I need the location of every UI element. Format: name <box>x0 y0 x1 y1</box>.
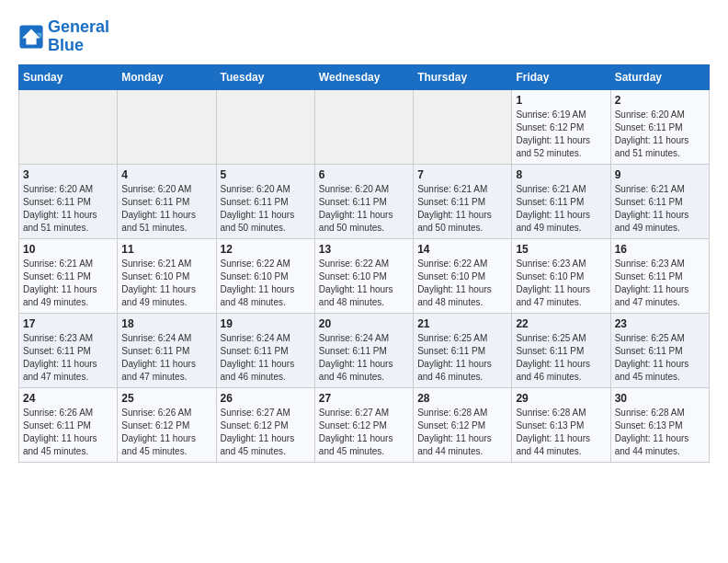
logo-icon <box>18 24 44 50</box>
day-info: Sunrise: 6:23 AM Sunset: 6:11 PM Dayligh… <box>23 332 113 384</box>
weekday-header-thursday: Thursday <box>414 64 512 89</box>
day-info: Sunrise: 6:22 AM Sunset: 6:10 PM Dayligh… <box>221 258 311 309</box>
day-number: 25 <box>121 392 211 405</box>
day-cell: 17Sunrise: 6:23 AM Sunset: 6:11 PM Dayli… <box>19 313 118 387</box>
week-row-5: 24Sunrise: 6:26 AM Sunset: 6:11 PM Dayli… <box>19 387 710 462</box>
day-cell: 8Sunrise: 6:21 AM Sunset: 6:11 PM Daylig… <box>512 164 610 238</box>
day-cell <box>314 89 413 164</box>
day-cell: 9Sunrise: 6:21 AM Sunset: 6:11 PM Daylig… <box>610 164 709 238</box>
day-cell: 13Sunrise: 6:22 AM Sunset: 6:10 PM Dayli… <box>314 238 413 313</box>
day-cell: 10Sunrise: 6:21 AM Sunset: 6:11 PM Dayli… <box>19 238 118 313</box>
day-number: 18 <box>121 317 211 330</box>
day-number: 8 <box>516 168 606 181</box>
day-number: 12 <box>221 243 311 256</box>
day-number: 23 <box>615 317 705 330</box>
day-cell: 1Sunrise: 6:19 AM Sunset: 6:12 PM Daylig… <box>512 89 610 164</box>
weekday-header-friday: Friday <box>512 64 610 89</box>
day-cell: 25Sunrise: 6:26 AM Sunset: 6:12 PM Dayli… <box>118 387 216 462</box>
day-cell <box>19 89 118 164</box>
day-cell: 23Sunrise: 6:25 AM Sunset: 6:11 PM Dayli… <box>610 313 709 387</box>
week-row-2: 3Sunrise: 6:20 AM Sunset: 6:11 PM Daylig… <box>19 164 710 238</box>
weekday-header-sunday: Sunday <box>19 64 118 89</box>
day-info: Sunrise: 6:25 AM Sunset: 6:11 PM Dayligh… <box>615 332 705 384</box>
day-info: Sunrise: 6:20 AM Sunset: 6:11 PM Dayligh… <box>121 183 211 235</box>
day-number: 26 <box>221 392 311 405</box>
day-number: 17 <box>23 317 113 330</box>
day-number: 19 <box>221 317 311 330</box>
day-number: 24 <box>23 392 113 405</box>
day-info: Sunrise: 6:23 AM Sunset: 6:10 PM Dayligh… <box>516 258 606 309</box>
logo-text: General Blue <box>48 18 109 55</box>
day-cell: 21Sunrise: 6:25 AM Sunset: 6:11 PM Dayli… <box>414 313 512 387</box>
day-info: Sunrise: 6:21 AM Sunset: 6:11 PM Dayligh… <box>417 183 507 235</box>
day-number: 7 <box>417 168 507 181</box>
day-info: Sunrise: 6:28 AM Sunset: 6:13 PM Dayligh… <box>615 407 705 458</box>
calendar: SundayMondayTuesdayWednesdayThursdayFrid… <box>18 64 710 463</box>
day-number: 4 <box>121 168 211 181</box>
header: General Blue <box>18 18 710 55</box>
day-info: Sunrise: 6:23 AM Sunset: 6:11 PM Dayligh… <box>615 258 705 309</box>
day-info: Sunrise: 6:26 AM Sunset: 6:11 PM Dayligh… <box>23 407 113 458</box>
page: General Blue SundayMondayTuesdayWednesda… <box>0 0 728 472</box>
day-info: Sunrise: 6:27 AM Sunset: 6:12 PM Dayligh… <box>319 407 409 458</box>
day-cell: 7Sunrise: 6:21 AM Sunset: 6:11 PM Daylig… <box>414 164 512 238</box>
day-info: Sunrise: 6:22 AM Sunset: 6:10 PM Dayligh… <box>417 258 507 309</box>
day-cell: 18Sunrise: 6:24 AM Sunset: 6:11 PM Dayli… <box>118 313 216 387</box>
day-cell: 30Sunrise: 6:28 AM Sunset: 6:13 PM Dayli… <box>610 387 709 462</box>
day-info: Sunrise: 6:21 AM Sunset: 6:10 PM Dayligh… <box>121 258 211 309</box>
weekday-header-row: SundayMondayTuesdayWednesdayThursdayFrid… <box>19 64 710 89</box>
day-info: Sunrise: 6:21 AM Sunset: 6:11 PM Dayligh… <box>615 183 705 235</box>
day-info: Sunrise: 6:25 AM Sunset: 6:11 PM Dayligh… <box>516 332 606 384</box>
day-cell: 16Sunrise: 6:23 AM Sunset: 6:11 PM Dayli… <box>610 238 709 313</box>
day-cell: 19Sunrise: 6:24 AM Sunset: 6:11 PM Dayli… <box>216 313 314 387</box>
day-number: 3 <box>23 168 113 181</box>
day-info: Sunrise: 6:24 AM Sunset: 6:11 PM Dayligh… <box>319 332 409 384</box>
day-cell: 22Sunrise: 6:25 AM Sunset: 6:11 PM Dayli… <box>512 313 610 387</box>
day-info: Sunrise: 6:20 AM Sunset: 6:11 PM Dayligh… <box>221 183 311 235</box>
day-cell <box>216 89 314 164</box>
day-info: Sunrise: 6:25 AM Sunset: 6:11 PM Dayligh… <box>417 332 507 384</box>
day-cell: 6Sunrise: 6:20 AM Sunset: 6:11 PM Daylig… <box>314 164 413 238</box>
logo: General Blue <box>18 18 109 55</box>
day-info: Sunrise: 6:21 AM Sunset: 6:11 PM Dayligh… <box>516 183 606 235</box>
day-number: 29 <box>516 392 606 405</box>
day-info: Sunrise: 6:27 AM Sunset: 6:12 PM Dayligh… <box>221 407 311 458</box>
day-info: Sunrise: 6:20 AM Sunset: 6:11 PM Dayligh… <box>319 183 409 235</box>
day-cell: 4Sunrise: 6:20 AM Sunset: 6:11 PM Daylig… <box>118 164 216 238</box>
day-cell: 5Sunrise: 6:20 AM Sunset: 6:11 PM Daylig… <box>216 164 314 238</box>
day-number: 6 <box>319 168 409 181</box>
day-info: Sunrise: 6:20 AM Sunset: 6:11 PM Dayligh… <box>23 183 113 235</box>
day-cell <box>414 89 512 164</box>
day-info: Sunrise: 6:24 AM Sunset: 6:11 PM Dayligh… <box>221 332 311 384</box>
day-info: Sunrise: 6:24 AM Sunset: 6:11 PM Dayligh… <box>121 332 211 384</box>
day-number: 2 <box>615 94 705 107</box>
day-cell: 26Sunrise: 6:27 AM Sunset: 6:12 PM Dayli… <box>216 387 314 462</box>
day-info: Sunrise: 6:21 AM Sunset: 6:11 PM Dayligh… <box>23 258 113 309</box>
day-cell: 27Sunrise: 6:27 AM Sunset: 6:12 PM Dayli… <box>314 387 413 462</box>
day-cell: 28Sunrise: 6:28 AM Sunset: 6:12 PM Dayli… <box>414 387 512 462</box>
week-row-1: 1Sunrise: 6:19 AM Sunset: 6:12 PM Daylig… <box>19 89 710 164</box>
day-info: Sunrise: 6:28 AM Sunset: 6:12 PM Dayligh… <box>417 407 507 458</box>
weekday-header-monday: Monday <box>118 64 216 89</box>
day-cell: 20Sunrise: 6:24 AM Sunset: 6:11 PM Dayli… <box>314 313 413 387</box>
day-number: 13 <box>319 243 409 256</box>
day-number: 27 <box>319 392 409 405</box>
day-number: 14 <box>417 243 507 256</box>
day-number: 22 <box>516 317 606 330</box>
day-number: 11 <box>121 243 211 256</box>
week-row-3: 10Sunrise: 6:21 AM Sunset: 6:11 PM Dayli… <box>19 238 710 313</box>
day-number: 16 <box>615 243 705 256</box>
day-info: Sunrise: 6:19 AM Sunset: 6:12 PM Dayligh… <box>516 109 606 160</box>
day-cell: 2Sunrise: 6:20 AM Sunset: 6:11 PM Daylig… <box>610 89 709 164</box>
day-number: 15 <box>516 243 606 256</box>
day-cell: 3Sunrise: 6:20 AM Sunset: 6:11 PM Daylig… <box>19 164 118 238</box>
day-number: 20 <box>319 317 409 330</box>
week-row-4: 17Sunrise: 6:23 AM Sunset: 6:11 PM Dayli… <box>19 313 710 387</box>
day-number: 30 <box>615 392 705 405</box>
day-number: 10 <box>23 243 113 256</box>
day-cell: 15Sunrise: 6:23 AM Sunset: 6:10 PM Dayli… <box>512 238 610 313</box>
weekday-header-tuesday: Tuesday <box>216 64 314 89</box>
weekday-header-saturday: Saturday <box>610 64 709 89</box>
day-info: Sunrise: 6:28 AM Sunset: 6:13 PM Dayligh… <box>516 407 606 458</box>
day-cell: 24Sunrise: 6:26 AM Sunset: 6:11 PM Dayli… <box>19 387 118 462</box>
